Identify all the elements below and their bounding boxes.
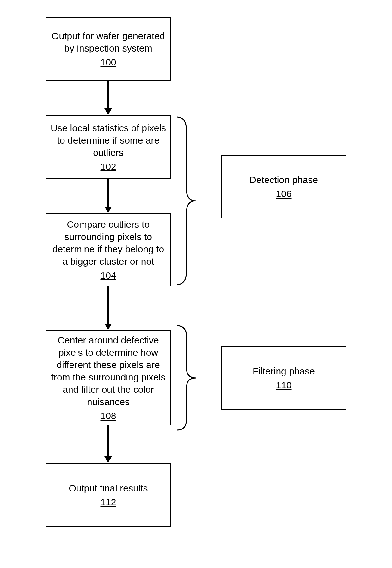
box-text: Output for wafer generated by inspection… [50,30,167,54]
box-text: Center around defective pixels to determ… [50,334,167,408]
box-ref: 108 [100,410,116,422]
box-ref: 102 [100,160,116,173]
box-local-statistics: Use local statistics of pixels to determ… [46,115,171,179]
box-compare-outliers: Compare outliers to surrounding pixels t… [46,213,171,286]
box-center-defective: Center around defective pixels to determ… [46,330,171,425]
box-ref: 106 [276,188,291,200]
box-text: Detection phase [249,174,318,186]
box-ref: 110 [276,379,291,391]
box-output-final: Output final results 112 [46,463,171,527]
flowchart-canvas: Output for wafer generated by inspection… [0,0,392,568]
box-text: Filtering phase [253,365,315,377]
box-text: Use local statistics of pixels to determ… [50,122,167,159]
box-text: Compare outliers to surrounding pixels t… [50,218,167,268]
brace-detection [175,115,198,286]
box-output-wafer: Output for wafer generated by inspection… [46,17,171,81]
box-text: Output final results [69,482,148,494]
box-detection-phase: Detection phase 106 [221,155,346,218]
box-filtering-phase: Filtering phase 110 [221,346,346,410]
box-ref: 100 [100,56,116,68]
brace-filtering [175,324,198,432]
box-ref: 104 [100,269,116,281]
box-ref: 112 [100,496,116,508]
